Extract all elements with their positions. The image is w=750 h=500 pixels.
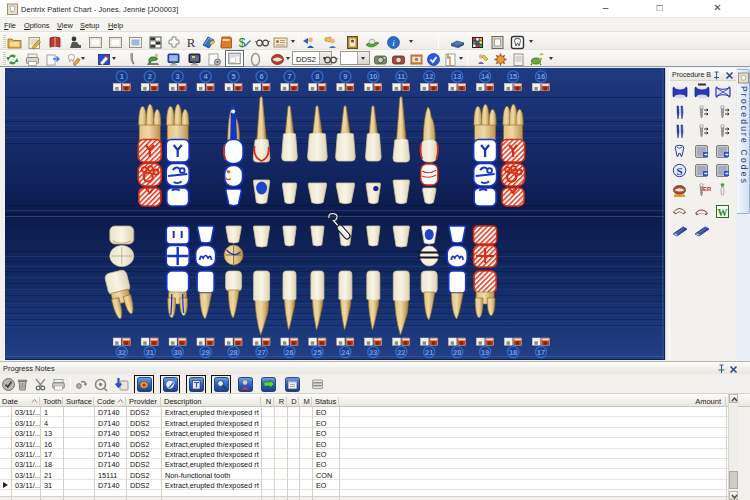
svg-text:W: W <box>718 207 728 218</box>
svg-text:20: 20 <box>453 348 461 357</box>
svg-text:8: 8 <box>315 72 319 81</box>
svg-text:30: 30 <box>174 348 182 357</box>
svg-text:32: 32 <box>118 348 126 357</box>
svg-text:$: $ <box>238 36 245 50</box>
svg-text:25: 25 <box>313 348 321 357</box>
svg-text:9: 9 <box>343 72 347 81</box>
svg-text:21: 21 <box>425 348 433 357</box>
svg-text:13: 13 <box>453 72 461 81</box>
svg-text:24: 24 <box>341 348 350 357</box>
svg-text:28: 28 <box>229 348 237 357</box>
svg-text:14: 14 <box>481 72 490 81</box>
svg-text:17: 17 <box>537 348 545 357</box>
svg-text:7: 7 <box>287 72 291 81</box>
svg-text:6: 6 <box>260 72 264 81</box>
svg-text:3: 3 <box>176 72 180 81</box>
svg-text:22: 22 <box>397 348 405 357</box>
svg-text:12: 12 <box>425 72 433 81</box>
svg-text:16: 16 <box>537 72 545 81</box>
svg-text:5: 5 <box>232 72 236 81</box>
svg-text:26: 26 <box>285 348 293 357</box>
svg-text:1: 1 <box>120 72 124 81</box>
svg-text:10: 10 <box>369 72 377 81</box>
svg-text:2: 2 <box>148 72 152 81</box>
svg-text:23: 23 <box>369 348 377 357</box>
svg-text:15: 15 <box>509 72 517 81</box>
svg-text:R: R <box>186 35 195 50</box>
svg-text:27: 27 <box>257 348 265 357</box>
svg-text:31: 31 <box>146 348 154 357</box>
svg-text:29: 29 <box>201 348 209 357</box>
svg-text:S: S <box>676 165 682 177</box>
svg-text:ER: ER <box>703 186 711 192</box>
svg-text:18: 18 <box>509 348 517 357</box>
svg-text:19: 19 <box>481 348 489 357</box>
svg-text:11: 11 <box>397 72 405 81</box>
